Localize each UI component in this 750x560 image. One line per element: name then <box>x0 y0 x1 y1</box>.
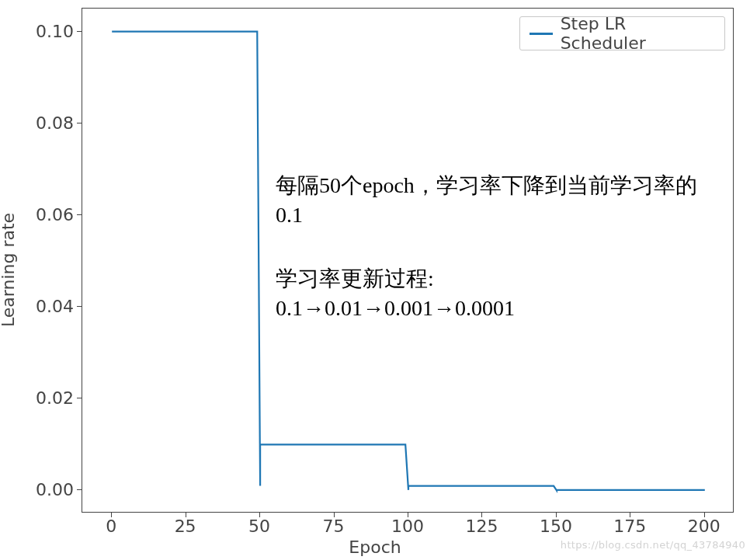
y-tick-label: 0.04 <box>0 297 74 316</box>
y-tick-mark <box>77 398 82 398</box>
x-tick-mark <box>630 513 630 517</box>
x-tick-mark <box>481 513 482 517</box>
x-tick-mark <box>408 513 408 517</box>
x-tick-label: 175 <box>606 517 653 536</box>
plot-area: Step LR Scheduler <box>82 8 734 513</box>
y-tick-mark <box>77 306 82 307</box>
x-tick-mark <box>556 513 557 517</box>
annotation-description: 每隔50个epoch，学习率下降到当前学习率的0.1 <box>276 171 710 230</box>
x-axis-label: Epoch <box>349 537 401 557</box>
y-tick-label: 0.08 <box>0 113 74 132</box>
x-tick-mark <box>111 513 112 517</box>
annotation-update-title: 学习率更新过程: <box>276 266 434 290</box>
watermark: https://blog.csdn.net/qq_43784940 <box>561 539 745 551</box>
x-tick-mark <box>704 513 705 517</box>
y-tick-mark <box>77 123 82 123</box>
x-tick-mark <box>334 513 335 517</box>
x-tick-label: 0 <box>88 517 134 536</box>
x-tick-label: 100 <box>384 517 431 536</box>
y-tick-mark <box>77 214 82 215</box>
annotation-update-process: 学习率更新过程: 0.1→0.01→0.001→0.0001 <box>276 264 710 323</box>
legend: Step LR Scheduler <box>519 16 725 50</box>
y-tick-label: 0.00 <box>0 480 74 499</box>
x-tick-label: 150 <box>533 517 579 536</box>
y-tick-mark <box>77 489 82 490</box>
y-tick-label: 0.06 <box>0 204 74 224</box>
x-tick-mark <box>186 513 186 517</box>
x-tick-label: 125 <box>458 517 505 536</box>
y-tick-label: 0.10 <box>0 21 74 40</box>
plot-svg <box>82 9 734 513</box>
x-tick-label: 75 <box>311 517 357 536</box>
x-tick-label: 200 <box>681 517 727 536</box>
legend-entry: Step LR Scheduler <box>561 14 715 53</box>
y-tick-label: 0.02 <box>0 388 74 408</box>
annotation-update-values: 0.1→0.01→0.001→0.0001 <box>276 296 515 320</box>
series-line <box>112 32 705 491</box>
x-tick-mark <box>259 513 260 517</box>
chart-container: Learning rate Epoch Step LR Scheduler 每隔… <box>0 0 750 560</box>
x-tick-label: 50 <box>236 517 283 536</box>
x-tick-label: 25 <box>162 517 209 536</box>
legend-line-icon <box>530 33 553 35</box>
y-tick-mark <box>77 31 82 32</box>
